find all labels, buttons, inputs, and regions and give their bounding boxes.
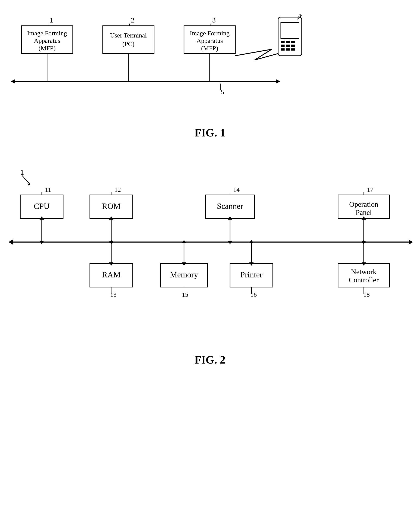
bus2-arrow-right (409, 239, 413, 245)
fig1-diagram: Image Forming Apparatus (MFP) 1 User Ter… (8, 13, 412, 137)
memory-text: Memory (170, 270, 198, 279)
bus-arrow-left (11, 79, 15, 84)
phone-key3 (291, 41, 295, 43)
op-panel-text2: Panel (356, 209, 372, 216)
rom-label: 12 (114, 186, 121, 193)
node3-text-line2: Apparatus (196, 37, 223, 44)
phone-label: 4 (298, 13, 301, 20)
memory-label: 15 (182, 291, 188, 298)
phone-key2 (286, 41, 290, 43)
rom-text: ROM (102, 201, 121, 210)
main-container: Image Forming Apparatus (MFP) 1 User Ter… (0, 0, 420, 524)
node1-label: 1 (50, 16, 53, 24)
node1-text-line2: Apparatus (34, 37, 60, 44)
op-panel-label: 17 (367, 186, 373, 193)
node1-text-line3: (MFP) (39, 44, 56, 52)
system-arrow (22, 175, 30, 184)
node3-text-line3: (MFP) (201, 44, 218, 52)
node2-label: 2 (131, 16, 134, 24)
phone-key5 (286, 44, 290, 47)
phone-key9 (291, 48, 295, 51)
node1-text-line1: Image Forming (27, 30, 67, 37)
phone-key8 (286, 48, 290, 51)
op-panel-text1: Operation (349, 200, 378, 208)
netctrl-text1: Network (351, 268, 377, 276)
fig2-title-container: FIG. 2 (8, 353, 412, 366)
phone-screen (281, 23, 299, 39)
system-label: 1 (20, 168, 24, 176)
fig1-title: FIG. 1 (194, 127, 225, 139)
fig1-svg: Image Forming Apparatus (MFP) 1 User Ter… (8, 13, 415, 124)
cpu-label: 11 (45, 186, 51, 193)
node3-label: 3 (212, 16, 216, 24)
fig2-svg: 1 CPU 11 ROM 12 Scanner 14 Operation Pan… (8, 163, 415, 351)
fig2-title: FIG. 2 (194, 354, 225, 366)
cpu-text: CPU (34, 201, 50, 210)
lightning3 (255, 53, 278, 60)
node2-box (103, 26, 154, 53)
ram-text: RAM (102, 270, 121, 279)
scanner-text: Scanner (217, 201, 243, 210)
phone-key6 (291, 44, 295, 47)
bus-label: 5 (221, 88, 224, 96)
netctrl-text2: Controller (349, 276, 379, 284)
scanner-label: 14 (233, 186, 240, 193)
node2-text-line1: User Terminal (110, 32, 147, 39)
printer-text: Printer (240, 270, 262, 279)
phone-key4 (281, 44, 285, 47)
node2-text-line2: (PC) (122, 40, 134, 48)
bus2-arrow-left (8, 239, 13, 245)
phone-key7 (281, 48, 285, 51)
bus-arrow-right (276, 79, 280, 84)
netctrl-label: 18 (363, 291, 370, 298)
fig2-diagram: 1 CPU 11 ROM 12 Scanner 14 Operation Pan… (8, 163, 412, 373)
phone-key1 (281, 41, 285, 43)
node3-text-line1: Image Forming (190, 30, 230, 37)
fig1-title-container: FIG. 1 (8, 126, 412, 139)
